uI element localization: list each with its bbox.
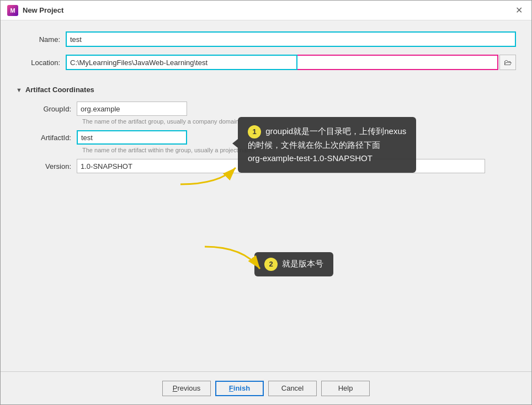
tooltip1-text: groupid就是一个目录吧，上传到nexus的时候，文件就在你上次的路径下面o… (248, 126, 406, 163)
collapse-arrow-icon[interactable]: ▼ (16, 87, 22, 93)
groupid-row: GroupId: (27, 102, 516, 116)
location-label: Location: (16, 58, 66, 67)
new-project-dialog: M New Project ✕ Name: Location: 🗁 ▼ (0, 0, 532, 405)
previous-button[interactable]: Previous (162, 381, 211, 396)
title-bar-left: M New Project (7, 5, 63, 16)
finish-label: Finish (229, 384, 250, 392)
groupid-input[interactable] (77, 102, 187, 116)
badge-1: 1 (248, 125, 261, 138)
finish-button[interactable]: Finish (215, 381, 264, 396)
arrow-2 (199, 236, 265, 281)
dialog-title: New Project (23, 6, 63, 14)
folder-icon: 🗁 (504, 58, 512, 67)
section-title: Artifact Coordinates (25, 86, 94, 94)
name-label: Name: (16, 35, 66, 44)
help-button[interactable]: Help (321, 381, 370, 396)
tooltip-2: 2 就是版本号 (254, 252, 333, 276)
name-input[interactable] (66, 31, 516, 47)
section-header: ▼ Artifact Coordinates (16, 86, 516, 94)
cancel-label: Cancel (281, 384, 304, 392)
version-label: Version: (27, 162, 77, 170)
artifactid-label: ArtifactId: (27, 134, 77, 142)
app-icon: M (7, 5, 18, 16)
tooltip-1: 1 groupid就是一个目录吧，上传到nexus的时候，文件就在你上次的路径下… (238, 117, 416, 173)
badge-2: 2 (264, 258, 278, 271)
help-label: Help (338, 384, 353, 392)
groupid-label: GroupId: (27, 105, 77, 113)
name-row: Name: (16, 31, 516, 47)
tooltip2-text: 就是版本号 (282, 259, 323, 268)
location-input-wrap (66, 55, 498, 70)
close-button[interactable]: ✕ (513, 4, 525, 17)
location-row: Location: 🗁 (16, 55, 516, 70)
dialog-footer: Previous Finish Cancel Help (1, 371, 531, 404)
artifactid-input[interactable] (77, 130, 187, 145)
cancel-button[interactable]: Cancel (268, 381, 317, 396)
browse-button[interactable]: 🗁 (499, 55, 516, 70)
dialog-body: Name: Location: 🗁 ▼ Artifact Coordinates (1, 20, 531, 371)
title-bar: M New Project ✕ (1, 1, 531, 20)
arrow-1 (175, 157, 241, 191)
previous-label: Previous (173, 384, 201, 392)
location-input[interactable] (66, 55, 498, 70)
